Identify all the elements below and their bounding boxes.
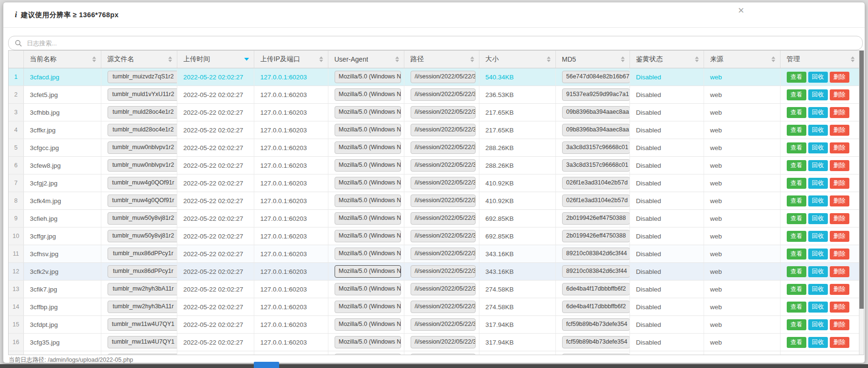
table-row[interactable]: 查看回收删除 xyxy=(9,351,859,356)
user-agent-badge[interactable]: Mozilla/5.0 (Windows N xyxy=(335,301,401,313)
view-button[interactable]: 查看 xyxy=(787,195,806,206)
col-header-source[interactable]: 源文件名 xyxy=(101,51,177,68)
delete-button[interactable]: 删除 xyxy=(830,195,849,206)
md5-badge[interactable]: 56e747d084e82b16b67 xyxy=(562,71,630,83)
delete-button[interactable]: 删除 xyxy=(830,89,849,100)
table-row[interactable]: 73cfgj2.jpgtumblr_muw4g0QOf91r2022-05-22… xyxy=(9,174,859,192)
delete-button[interactable]: 删除 xyxy=(830,284,849,295)
source-filename-badge[interactable]: tumblr_mux86dPPcy1r xyxy=(108,248,177,260)
source-filename-badge[interactable]: tumblr_muw0nblvpv1r2 xyxy=(108,141,177,154)
path-badge[interactable]: /i/session/2022/05/22/3 xyxy=(411,88,476,101)
user-agent-badge[interactable]: Mozilla/5.0 (Windows N xyxy=(335,88,401,101)
table-row[interactable]: 23cfet5.jpgtumblr_muld1vYxU11r22022-05-2… xyxy=(9,86,859,104)
md5-badge[interactable]: 2b0199426eff4750388 xyxy=(562,230,630,242)
table-row[interactable]: 123cfk2v.jpgtumblr_mux86dPPcy1r2022-05-2… xyxy=(9,263,859,281)
col-header-ip[interactable]: 上传IP及端口 xyxy=(254,51,328,68)
col-header-path[interactable]: 路径 xyxy=(404,51,479,68)
view-button[interactable]: 查看 xyxy=(787,249,806,260)
delete-button[interactable]: 删除 xyxy=(830,125,849,136)
recycle-button[interactable]: 回收 xyxy=(808,355,828,356)
recycle-button[interactable]: 回收 xyxy=(808,125,828,136)
recycle-button[interactable]: 回收 xyxy=(808,72,828,83)
table-row[interactable]: 33cfhbb.jpgtumblr_muld28oc4e1r22022-05-2… xyxy=(9,104,859,121)
user-agent-badge[interactable]: Mozilla/5.0 (Windows N xyxy=(335,106,401,119)
recycle-button[interactable]: 回收 xyxy=(808,195,828,206)
path-badge[interactable]: /i/session/2022/05/22/3 xyxy=(411,318,476,331)
sort-icon[interactable] xyxy=(851,56,855,62)
delete-button[interactable]: 删除 xyxy=(830,178,849,189)
recycle-button[interactable]: 回收 xyxy=(808,337,828,348)
source-filename-badge[interactable] xyxy=(108,354,177,355)
path-badge[interactable]: /i/session/2022/05/22/3 xyxy=(411,177,476,189)
recycle-button[interactable]: 回收 xyxy=(808,249,828,260)
user-agent-badge[interactable]: Mozilla/5.0 (Windows N xyxy=(335,318,401,331)
table-row[interactable]: 143cffbp.jpgtumblr_mw2hyh3bA11r2022-05-2… xyxy=(9,298,859,316)
table-row[interactable]: 53cfgcc.jpgtumblr_muw0nblvpv1r22022-05-2… xyxy=(9,139,859,157)
md5-badge[interactable]: 026f1e3ad3104e2b57d xyxy=(562,177,630,189)
recycle-button[interactable]: 回收 xyxy=(808,213,828,224)
recycle-button[interactable]: 回收 xyxy=(808,89,828,100)
view-button[interactable]: 查看 xyxy=(787,178,806,189)
col-header-status[interactable]: 鉴黄状态 xyxy=(629,51,704,68)
path-badge[interactable]: /i/session/2022/05/22/3 xyxy=(411,212,476,225)
sort-icon[interactable] xyxy=(395,56,399,62)
view-button[interactable]: 查看 xyxy=(787,302,806,313)
md5-badge[interactable]: 026f1e3ad3104e2b57d xyxy=(562,195,630,207)
view-button[interactable]: 查看 xyxy=(787,160,806,171)
view-button[interactable]: 查看 xyxy=(787,89,806,100)
view-button[interactable]: 查看 xyxy=(787,107,806,118)
view-button[interactable]: 查看 xyxy=(787,231,806,242)
md5-badge[interactable]: 6de4ba4f17dbbbffb6f2 xyxy=(562,283,630,295)
user-agent-badge[interactable]: Mozilla/5.0 (Windows N xyxy=(335,177,401,189)
delete-button[interactable]: 删除 xyxy=(830,302,849,313)
table-row[interactable]: 113cfhsv.jpgtumblr_mux86dPPcy1r2022-05-2… xyxy=(9,245,859,263)
recycle-button[interactable]: 回收 xyxy=(808,107,828,118)
delete-button[interactable]: 删除 xyxy=(830,355,849,356)
delete-button[interactable]: 删除 xyxy=(830,142,849,153)
path-badge[interactable]: /i/session/2022/05/22/3 xyxy=(411,195,476,207)
user-agent-badge[interactable]: Mozilla/5.0 (Windows N xyxy=(335,336,401,348)
view-button[interactable]: 查看 xyxy=(787,266,806,277)
table-row[interactable]: 93cfieh.jpgtumblr_muw50y8vj81r22022-05-2… xyxy=(9,210,859,227)
view-button[interactable]: 查看 xyxy=(787,284,806,295)
user-agent-badge[interactable] xyxy=(335,354,401,355)
recycle-button[interactable]: 回收 xyxy=(808,160,828,171)
md5-badge[interactable]: 89210c083842d6c3f44 xyxy=(562,248,630,260)
table-row[interactable]: 153cfdpt.jpgtumblr_mw11w4U7QY12022-05-22… xyxy=(9,316,859,334)
user-agent-badge[interactable]: Mozilla/5.0 (Windows N xyxy=(335,212,401,225)
col-header-manage[interactable]: 管理 xyxy=(780,51,859,68)
path-badge[interactable]: /i/session/2022/05/22/3 xyxy=(411,301,476,313)
sort-icon[interactable] xyxy=(771,56,775,62)
vertical-scrollbar-thumb[interactable] xyxy=(859,51,864,309)
user-agent-badge[interactable]: Mozilla/5.0 (Windows N xyxy=(335,265,401,278)
recycle-button[interactable]: 回收 xyxy=(808,142,828,153)
col-header-size[interactable]: 大小 xyxy=(479,51,555,68)
path-badge[interactable]: /i/session/2022/05/22/3 xyxy=(411,141,476,154)
source-filename-badge[interactable]: tumblr_muld1vYxU11r2 xyxy=(108,88,177,101)
table-row[interactable]: 163cfg35.jpgtumblr_mw11w4U7QY12022-05-22… xyxy=(9,334,859,351)
path-badge[interactable]: /i/session/2022/05/22/3 xyxy=(411,106,476,119)
user-agent-badge[interactable]: Mozilla/5.0 (Windows N xyxy=(335,283,401,295)
user-agent-badge[interactable]: Mozilla/5.0 (Windows N xyxy=(335,141,401,154)
user-agent-badge[interactable]: Mozilla/5.0 (Windows N xyxy=(335,159,401,172)
md5-badge[interactable]: 89210c083842d6c3f44 xyxy=(562,265,630,278)
vertical-scrollbar[interactable] xyxy=(859,51,864,355)
md5-badge[interactable]: 91537ea9259d99ac7a1 xyxy=(562,88,630,101)
delete-button[interactable]: 删除 xyxy=(830,160,849,171)
path-badge[interactable]: /i/session/2022/05/22/3 xyxy=(411,336,476,348)
md5-badge[interactable]: 3a3c8d3157c96668c01 xyxy=(562,159,630,172)
sort-icon[interactable] xyxy=(621,56,625,62)
path-badge[interactable]: /i/session/2022/05/22/3 xyxy=(411,230,476,242)
user-agent-badge[interactable]: Mozilla/5.0 (Windows N xyxy=(335,124,401,136)
col-header-origin[interactable]: 来源 xyxy=(704,51,780,68)
md5-badge[interactable]: fcf59b89b4b73defe354 xyxy=(562,336,630,348)
source-filename-badge[interactable]: tumblr_mw11w4U7QY1 xyxy=(108,318,177,331)
delete-button[interactable]: 删除 xyxy=(830,249,849,260)
delete-button[interactable]: 删除 xyxy=(830,337,849,348)
delete-button[interactable]: 删除 xyxy=(830,213,849,224)
path-badge[interactable]: /i/session/2022/05/22/3 xyxy=(411,265,476,278)
view-button[interactable]: 查看 xyxy=(787,142,806,153)
sort-icon[interactable] xyxy=(168,56,172,62)
table-row[interactable]: 63cfew8.jpgtumblr_muw0nblvpv1r22022-05-2… xyxy=(9,157,859,174)
source-filename-badge[interactable]: tumblr_muw50y8vj81r2 xyxy=(108,230,177,242)
